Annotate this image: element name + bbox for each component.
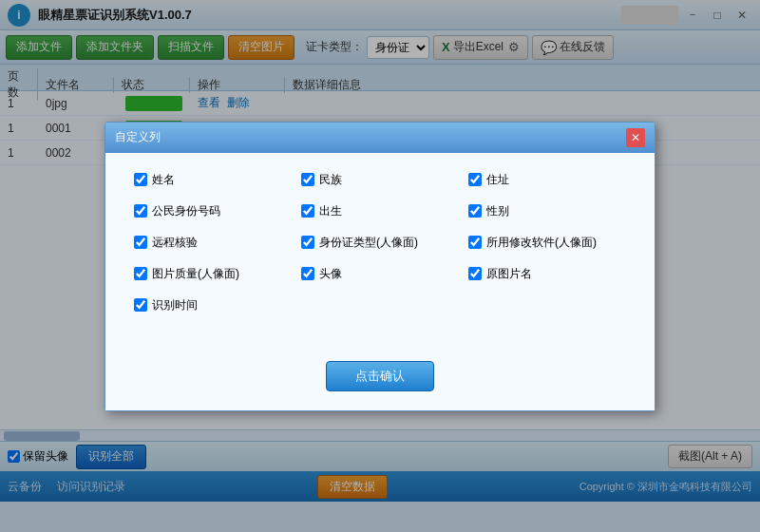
cb-id-number[interactable] [134,204,147,218]
cb-image-quality[interactable] [134,267,147,280]
cb-name[interactable] [134,173,147,186]
custom-column-modal: 自定义列 ✕ 姓名 民族 住址 [104,122,656,411]
check-name[interactable]: 姓名 [134,172,292,188]
check-modify-software[interactable]: 所用修改软件(人像面) [468,235,626,251]
check-ethnicity[interactable]: 民族 [301,172,459,188]
check-gender[interactable]: 性别 [468,203,626,219]
modal-close-button[interactable]: ✕ [626,128,645,147]
check-recog-time[interactable]: 识别时间 [134,297,292,314]
modal-overlay: 自定义列 ✕ 姓名 民族 住址 [0,0,760,532]
cb-address[interactable] [468,173,482,186]
cb-modify-software[interactable] [468,236,482,249]
cb-ethnicity[interactable] [301,173,314,186]
cb-recog-time[interactable] [134,298,147,312]
check-birth[interactable]: 出生 [301,203,459,219]
check-portrait[interactable]: 头像 [301,266,459,282]
check-remote[interactable]: 远程核验 [134,235,292,251]
cb-birth[interactable] [301,204,314,218]
cb-id-type[interactable] [301,236,314,249]
check-address[interactable]: 住址 [468,172,626,188]
modal-footer: 点击确认 [105,352,655,410]
app-container: i 眼精星票证识别系统V1.00.7 － □ ✕ 添加文件 添加文件夹 扫描文件… [0,0,760,532]
check-original-name[interactable]: 原图片名 [468,266,626,282]
cb-remote[interactable] [134,236,147,249]
check-id-type[interactable]: 身份证类型(人像面) [301,235,459,251]
modal-body: 姓名 民族 住址 公民身份号码 [105,153,655,352]
check-id-number[interactable]: 公民身份号码 [134,203,292,219]
cb-gender[interactable] [468,204,482,218]
checkbox-grid: 姓名 民族 住址 公民身份号码 [134,172,626,314]
check-image-quality[interactable]: 图片质量(人像面) [134,266,292,282]
cb-portrait[interactable] [301,267,314,280]
confirm-button[interactable]: 点击确认 [326,361,434,391]
modal-title: 自定义列 [115,129,161,145]
cb-original-name[interactable] [468,267,482,280]
modal-title-bar: 自定义列 ✕ [105,123,655,153]
